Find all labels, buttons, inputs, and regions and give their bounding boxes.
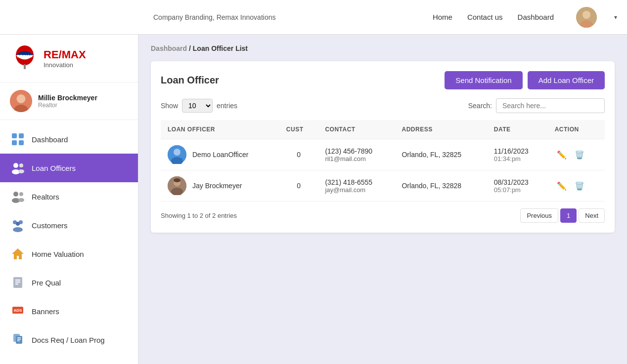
sidebar-item-banners[interactable]: ADS Banners: [0, 297, 138, 325]
avatar-dropdown-arrow[interactable]: ▾: [614, 14, 617, 21]
svg-point-20: [18, 198, 24, 202]
banners-icon: ADS: [10, 303, 26, 319]
svg-rect-10: [19, 133, 24, 138]
pagination: Showing 1 to 2 of 2 entries Previous 1 N…: [161, 208, 605, 223]
entries-select[interactable]: 10 25 50 100: [182, 99, 213, 113]
realtors-icon: [10, 189, 26, 204]
loan-officers-table: LOAN OFFICER CUST CONTACT ADDRESS DATE A…: [161, 120, 605, 202]
sidebar-label-customers: Customers: [32, 221, 68, 230]
officer-avatar-2: [168, 176, 186, 195]
email-2: jay@mail.com: [325, 186, 388, 194]
contact-cell-1: (123) 456-7890 ril1@mail.com: [325, 147, 388, 162]
cust-2: 0: [279, 170, 318, 202]
sidebar-logo: RE/MAX RE/MAX Innovation: [0, 35, 138, 82]
action-cell-2: ✏️ 🗑️: [555, 179, 598, 193]
search-box: Search:: [468, 98, 605, 113]
sidebar-nav: Dashboard Loan Officers: [0, 120, 138, 364]
contact-cell-2: (321) 418-6555 jay@mail.com: [325, 178, 388, 194]
edit-button-1[interactable]: ✏️: [555, 148, 569, 162]
svg-rect-33: [16, 336, 22, 344]
sidebar-item-customers[interactable]: Customers: [0, 211, 138, 240]
col-action: ACTION: [548, 120, 605, 139]
show-label: Show: [161, 102, 178, 110]
svg-point-48: [174, 178, 180, 182]
sidebar-label-banners: Banners: [32, 307, 59, 316]
date-cell-2: 08/31/2023 05:07:pm: [494, 178, 541, 194]
cust-1: 0: [279, 139, 318, 170]
dashboard-icon: [10, 131, 26, 147]
date-1: 11/16/2023: [494, 147, 541, 155]
user-section: Millie Brockmeyer Realtor: [0, 82, 138, 120]
nav-contact[interactable]: Contact us: [467, 13, 503, 21]
showing-text: Showing 1 to 2 of 2 entries: [161, 212, 237, 219]
card: Loan Officer Send Notification Add Loan …: [151, 61, 615, 233]
user-info: Millie Brockmeyer Realtor: [38, 94, 97, 109]
add-loan-officer-button[interactable]: Add Loan Officer: [528, 71, 605, 89]
sidebar-item-loan-officers[interactable]: Loan Officers: [0, 154, 138, 182]
send-notification-button[interactable]: Send Notification: [445, 71, 522, 89]
svg-rect-12: [19, 140, 24, 145]
page-1-button[interactable]: 1: [560, 208, 577, 223]
svg-point-7: [17, 94, 26, 103]
sidebar-label-docs-req: Docs Req / Loan Prog: [32, 336, 105, 344]
email-1: ril1@mail.com: [325, 155, 388, 162]
remax-logo-icon: RE/MAX: [11, 44, 39, 72]
sidebar-label-home-valuation: Home Valuation: [32, 250, 84, 258]
sidebar-item-pre-qual[interactable]: Pre Qual: [0, 268, 138, 297]
entries-label: entries: [217, 102, 237, 110]
top-nav: Company Branding, Remax Innovations Home…: [0, 0, 627, 35]
breadcrumb-current: Loan Officer List: [193, 44, 248, 52]
svg-point-43: [174, 149, 180, 156]
loan-officers-icon: [10, 160, 26, 176]
nav-dashboard[interactable]: Dashboard: [518, 13, 554, 21]
logo-innovation: Innovation: [44, 61, 86, 69]
col-contact: CONTACT: [318, 120, 395, 139]
date-2: 08/31/2023: [494, 178, 541, 186]
col-loan-officer: LOAN OFFICER: [161, 120, 279, 139]
officer-name-1: Demo LoanOfficer: [192, 151, 248, 159]
svg-point-13: [13, 163, 18, 168]
sidebar-item-home-valuation[interactable]: Home Valuation: [0, 240, 138, 268]
breadcrumb: Dashboard / Loan Officer List: [151, 44, 615, 52]
search-input[interactable]: [496, 98, 605, 113]
breadcrumb-parent[interactable]: Dashboard: [151, 44, 187, 52]
time-2: 05:07:pm: [494, 186, 541, 194]
date-cell-1: 11/16/2023 01:34:pm: [494, 147, 541, 162]
officer-cell-1: Demo LoanOfficer: [168, 145, 272, 164]
message-icon: [10, 361, 26, 364]
docs-icon: [10, 332, 26, 348]
col-address: ADDRESS: [395, 120, 487, 139]
customers-icon: [10, 217, 26, 233]
svg-point-19: [19, 192, 23, 196]
svg-point-1: [582, 11, 590, 19]
nav-home[interactable]: Home: [433, 13, 452, 21]
main-content: Dashboard / Loan Officer List Loan Offic…: [138, 35, 627, 364]
edit-button-2[interactable]: ✏️: [555, 179, 569, 193]
time-1: 01:34:pm: [494, 155, 541, 162]
layout: RE/MAX RE/MAX Innovation Millie Brockmey…: [0, 35, 627, 364]
action-cell-1: ✏️ 🗑️: [555, 148, 598, 162]
next-button[interactable]: Next: [579, 208, 605, 223]
svg-point-24: [13, 227, 23, 232]
svg-point-16: [18, 169, 24, 173]
table-header: LOAN OFFICER CUST CONTACT ADDRESS DATE A…: [161, 120, 605, 139]
sidebar-user-avatar: [10, 90, 32, 112]
logo-box: RE/MAX: [10, 43, 40, 73]
svg-point-17: [13, 192, 18, 197]
sidebar-item-docs-req[interactable]: Docs Req / Loan Prog: [0, 325, 138, 354]
delete-button-2[interactable]: 🗑️: [573, 179, 586, 193]
address-2: Orlando, FL, 32828: [395, 170, 487, 202]
sidebar-label-pre-qual: Pre Qual: [32, 279, 61, 287]
sidebar-item-realtors[interactable]: Realtors: [0, 182, 138, 211]
home-valuation-icon: [10, 246, 26, 262]
user-avatar-top[interactable]: [576, 7, 597, 28]
svg-text:ADS: ADS: [14, 308, 23, 313]
previous-button[interactable]: Previous: [520, 208, 558, 223]
delete-button-1[interactable]: 🗑️: [573, 148, 586, 162]
svg-text:RE/MAX: RE/MAX: [17, 54, 33, 58]
officer-cell-2: Jay Brockmeyer: [168, 176, 272, 195]
col-cust: CUST: [279, 120, 318, 139]
sidebar-item-dashboard[interactable]: Dashboard: [0, 125, 138, 154]
svg-rect-11: [12, 140, 17, 145]
sidebar-item-message[interactable]: Message: [0, 354, 138, 364]
